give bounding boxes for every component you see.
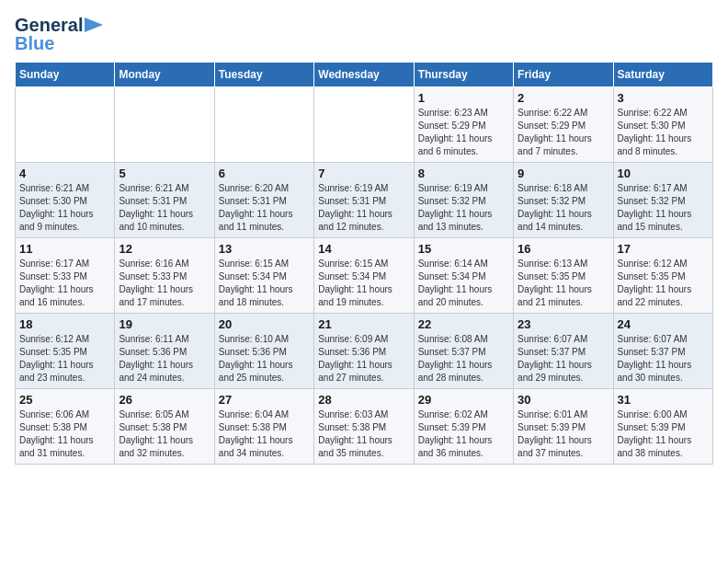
calendar-cell: [314, 87, 414, 163]
day-info: Sunrise: 6:22 AM Sunset: 5:30 PM Dayligh…: [618, 107, 709, 158]
calendar-body: 1Sunrise: 6:23 AM Sunset: 5:29 PM Daylig…: [16, 87, 713, 465]
day-info: Sunrise: 6:06 AM Sunset: 5:38 PM Dayligh…: [19, 408, 110, 460]
calendar-cell: 12Sunrise: 6:16 AM Sunset: 5:33 PM Dayli…: [115, 238, 214, 314]
day-number: 9: [518, 167, 609, 180]
day-number: 24: [618, 317, 709, 331]
calendar-week-row: 25Sunrise: 6:06 AM Sunset: 5:38 PM Dayli…: [16, 389, 713, 465]
calendar-cell: 3Sunrise: 6:22 AM Sunset: 5:30 PM Daylig…: [613, 87, 712, 163]
calendar-cell: 6Sunrise: 6:20 AM Sunset: 5:31 PM Daylig…: [214, 163, 313, 238]
day-info: Sunrise: 6:14 AM Sunset: 5:34 PM Dayligh…: [418, 258, 509, 309]
day-number: 10: [618, 167, 709, 180]
day-info: Sunrise: 6:12 AM Sunset: 5:35 PM Dayligh…: [618, 258, 709, 309]
calendar-cell: 5Sunrise: 6:21 AM Sunset: 5:31 PM Daylig…: [115, 163, 214, 238]
day-info: Sunrise: 6:04 AM Sunset: 5:38 PM Dayligh…: [219, 408, 310, 460]
calendar-cell: 19Sunrise: 6:11 AM Sunset: 5:36 PM Dayli…: [115, 314, 214, 389]
day-info: Sunrise: 6:23 AM Sunset: 5:29 PM Dayligh…: [418, 107, 509, 158]
day-number: 18: [19, 317, 110, 331]
day-info: Sunrise: 6:03 AM Sunset: 5:38 PM Dayligh…: [318, 408, 409, 460]
calendar-cell: 7Sunrise: 6:19 AM Sunset: 5:31 PM Daylig…: [314, 163, 414, 238]
day-info: Sunrise: 6:18 AM Sunset: 5:32 PM Dayligh…: [518, 182, 609, 234]
day-info: Sunrise: 6:12 AM Sunset: 5:35 PM Dayligh…: [19, 333, 110, 385]
weekday-header-tuesday: Tuesday: [214, 63, 313, 87]
calendar-cell: 10Sunrise: 6:17 AM Sunset: 5:32 PM Dayli…: [613, 163, 712, 238]
calendar-cell: [16, 87, 115, 163]
calendar-table: SundayMondayTuesdayWednesdayThursdayFrid…: [15, 62, 713, 465]
calendar-cell: 30Sunrise: 6:01 AM Sunset: 5:39 PM Dayli…: [514, 389, 613, 465]
calendar-week-row: 1Sunrise: 6:23 AM Sunset: 5:29 PM Daylig…: [16, 87, 713, 163]
weekday-header-sunday: Sunday: [16, 63, 115, 87]
logo: General Blue: [15, 15, 103, 54]
calendar-cell: 21Sunrise: 6:09 AM Sunset: 5:36 PM Dayli…: [314, 314, 414, 389]
day-info: Sunrise: 6:10 AM Sunset: 5:36 PM Dayligh…: [219, 333, 310, 385]
svg-marker-0: [85, 17, 103, 32]
calendar-cell: [115, 87, 214, 163]
weekday-header-monday: Monday: [115, 63, 214, 87]
day-info: Sunrise: 6:11 AM Sunset: 5:36 PM Dayligh…: [119, 333, 210, 385]
header: General Blue: [15, 15, 713, 54]
day-number: 29: [418, 393, 509, 407]
calendar-cell: 9Sunrise: 6:18 AM Sunset: 5:32 PM Daylig…: [514, 163, 613, 238]
day-info: Sunrise: 6:08 AM Sunset: 5:37 PM Dayligh…: [418, 333, 509, 385]
calendar-cell: 1Sunrise: 6:23 AM Sunset: 5:29 PM Daylig…: [414, 87, 513, 163]
day-number: 21: [318, 317, 409, 331]
day-number: 26: [119, 393, 210, 407]
day-number: 17: [618, 242, 709, 256]
day-number: 27: [219, 393, 310, 407]
calendar-cell: 17Sunrise: 6:12 AM Sunset: 5:35 PM Dayli…: [613, 238, 712, 314]
day-number: 7: [318, 167, 409, 180]
day-number: 3: [618, 91, 709, 105]
calendar-cell: 23Sunrise: 6:07 AM Sunset: 5:37 PM Dayli…: [514, 314, 613, 389]
day-number: 22: [418, 317, 509, 331]
day-info: Sunrise: 6:05 AM Sunset: 5:38 PM Dayligh…: [119, 408, 210, 460]
day-info: Sunrise: 6:20 AM Sunset: 5:31 PM Dayligh…: [219, 182, 310, 234]
calendar-cell: 26Sunrise: 6:05 AM Sunset: 5:38 PM Dayli…: [115, 389, 214, 465]
day-info: Sunrise: 6:00 AM Sunset: 5:39 PM Dayligh…: [618, 408, 709, 460]
day-info: Sunrise: 6:17 AM Sunset: 5:33 PM Dayligh…: [19, 258, 110, 309]
day-number: 8: [418, 167, 509, 180]
weekday-header-friday: Friday: [514, 63, 613, 87]
day-number: 12: [119, 242, 210, 256]
day-info: Sunrise: 6:16 AM Sunset: 5:33 PM Dayligh…: [119, 258, 210, 309]
calendar-cell: 25Sunrise: 6:06 AM Sunset: 5:38 PM Dayli…: [16, 389, 115, 465]
calendar-cell: 16Sunrise: 6:13 AM Sunset: 5:35 PM Dayli…: [514, 238, 613, 314]
calendar-cell: 20Sunrise: 6:10 AM Sunset: 5:36 PM Dayli…: [214, 314, 313, 389]
calendar-cell: 14Sunrise: 6:15 AM Sunset: 5:34 PM Dayli…: [314, 238, 414, 314]
day-info: Sunrise: 6:21 AM Sunset: 5:31 PM Dayligh…: [119, 182, 210, 234]
day-number: 4: [19, 167, 110, 180]
day-info: Sunrise: 6:21 AM Sunset: 5:30 PM Dayligh…: [19, 182, 110, 234]
calendar-week-row: 11Sunrise: 6:17 AM Sunset: 5:33 PM Dayli…: [16, 238, 713, 314]
day-info: Sunrise: 6:02 AM Sunset: 5:39 PM Dayligh…: [418, 408, 509, 460]
day-number: 30: [518, 393, 609, 407]
day-info: Sunrise: 6:13 AM Sunset: 5:35 PM Dayligh…: [518, 258, 609, 309]
calendar-cell: 18Sunrise: 6:12 AM Sunset: 5:35 PM Dayli…: [16, 314, 115, 389]
day-info: Sunrise: 6:07 AM Sunset: 5:37 PM Dayligh…: [518, 333, 609, 385]
calendar-week-row: 18Sunrise: 6:12 AM Sunset: 5:35 PM Dayli…: [16, 314, 713, 389]
calendar-cell: 28Sunrise: 6:03 AM Sunset: 5:38 PM Dayli…: [314, 389, 414, 465]
day-number: 6: [219, 167, 310, 180]
day-number: 2: [518, 91, 609, 105]
day-info: Sunrise: 6:09 AM Sunset: 5:36 PM Dayligh…: [318, 333, 409, 385]
calendar-cell: 29Sunrise: 6:02 AM Sunset: 5:39 PM Dayli…: [414, 389, 513, 465]
day-info: Sunrise: 6:01 AM Sunset: 5:39 PM Dayligh…: [518, 408, 609, 460]
calendar-cell: 22Sunrise: 6:08 AM Sunset: 5:37 PM Dayli…: [414, 314, 513, 389]
calendar-week-row: 4Sunrise: 6:21 AM Sunset: 5:30 PM Daylig…: [16, 163, 713, 238]
logo-blue: Blue: [15, 33, 54, 54]
day-number: 25: [19, 393, 110, 407]
day-number: 20: [219, 317, 310, 331]
calendar-cell: 15Sunrise: 6:14 AM Sunset: 5:34 PM Dayli…: [414, 238, 513, 314]
day-number: 14: [318, 242, 409, 256]
calendar-cell: [214, 87, 313, 163]
day-number: 1: [418, 91, 509, 105]
weekday-header-thursday: Thursday: [414, 63, 513, 87]
day-info: Sunrise: 6:15 AM Sunset: 5:34 PM Dayligh…: [318, 258, 409, 309]
day-info: Sunrise: 6:15 AM Sunset: 5:34 PM Dayligh…: [219, 258, 310, 309]
day-number: 5: [119, 167, 210, 180]
calendar-cell: 4Sunrise: 6:21 AM Sunset: 5:30 PM Daylig…: [16, 163, 115, 238]
calendar-header: SundayMondayTuesdayWednesdayThursdayFrid…: [16, 63, 713, 87]
day-number: 28: [318, 393, 409, 407]
weekday-header-row: SundayMondayTuesdayWednesdayThursdayFrid…: [16, 63, 713, 87]
day-number: 19: [119, 317, 210, 331]
logo-arrow-icon: [85, 17, 103, 32]
day-number: 13: [219, 242, 310, 256]
day-info: Sunrise: 6:17 AM Sunset: 5:32 PM Dayligh…: [618, 182, 709, 234]
